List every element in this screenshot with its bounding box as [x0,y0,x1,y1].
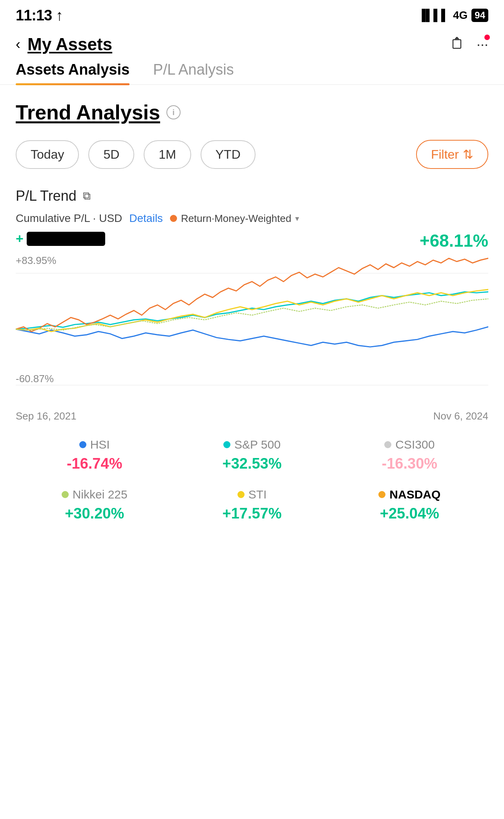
date-start: Sep 16, 2021 [16,410,77,422]
chart-y-bottom: -60.87% [16,373,54,385]
network-type: 4G [453,9,467,22]
share-icon[interactable] [451,36,466,53]
hsi-dot [79,441,86,448]
nikkei-name: Nikkei 225 [73,488,128,501]
plus-sign: + [16,231,24,246]
nasdaq-value: +25.04% [380,505,439,522]
legend-item-return[interactable]: Return·Money-Weighted ▾ [170,213,299,225]
pl-trend-header: P/L Trend ⧉ [16,188,488,204]
index-nasdaq: NASDAQ +25.04% [331,488,488,522]
header-right: ··· [451,36,488,53]
csi300-value: -16.30% [382,455,438,472]
return-percentage: +68.11% [420,231,488,251]
section-title-row: Trend Analysis i [16,101,488,124]
tab-pl-label: P/L Analysis [153,61,234,78]
nasdaq-name: NASDAQ [389,488,440,501]
svg-rect-0 [453,40,461,48]
date-end: Nov 6, 2024 [433,410,488,422]
index-grid: HSI -16.74% S&P 500 +32.53% CSI300 -16.3… [16,438,488,522]
battery-indicator: 94 [471,9,488,22]
status-time: 11:13 ↑ [16,7,63,24]
signal-arrow: ↑ [56,7,63,24]
filter-icon: ⇅ [463,147,473,162]
tab-assets-label: Assets Analysis [16,61,130,78]
sti-value: +17.57% [222,505,281,522]
main-content: Trend Analysis i Today 5D 1M YTD Filter … [0,85,504,522]
chart-meta: Cumulative P/L · USD Details Return·Mone… [16,212,488,225]
filter-ytd[interactable]: YTD [201,140,256,169]
nikkei-dot [62,491,69,498]
more-options-icon[interactable]: ··· [477,36,488,53]
hsi-value: -16.74% [67,455,122,472]
filter-button[interactable]: Filter ⇅ [416,140,488,169]
chart-values-row: + +68.11% [16,231,488,251]
filter-label: Filter [431,147,459,162]
header: ‹ My Assets ··· [0,27,504,61]
index-sti: STI +17.57% [173,488,331,522]
pl-absolute-value: + [16,231,105,246]
chart-dates: Sep 16, 2021 Nov 6, 2024 [16,410,488,422]
sti-dot [237,491,245,498]
tab-pl-analysis[interactable]: P/L Analysis [153,61,234,84]
section-title: Trend Analysis [16,101,160,124]
nasdaq-dot [378,491,385,498]
time-display: 11:13 [16,7,52,24]
status-icons: ▐▌▌▌ 4G 94 [418,9,488,22]
hsi-name: HSI [90,438,110,451]
status-bar: 11:13 ↑ ▐▌▌▌ 4G 94 [0,0,504,27]
sti-name: STI [248,488,267,501]
csi300-dot [384,441,391,448]
index-csi300: CSI300 -16.30% [331,438,488,472]
sp500-value: +32.53% [222,455,281,472]
index-sp500: S&P 500 +32.53% [173,438,331,472]
filter-row: Today 5D 1M YTD Filter ⇅ [16,140,488,169]
header-left: ‹ My Assets [16,35,112,54]
chart-container: +83.95% -60.87% [16,255,488,404]
legend-chevron: ▾ [295,214,299,223]
pl-trend-label: P/L Trend [16,188,77,204]
sp500-name: S&P 500 [234,438,281,451]
filter-1m[interactable]: 1M [144,140,191,169]
page-title: My Assets [27,35,112,54]
nikkei-value: +30.20% [65,505,124,522]
chart-y-top: +83.95% [16,255,56,267]
signal-bars: ▐▌▌▌ [418,9,449,22]
back-button[interactable]: ‹ [16,36,20,53]
chart-meta-label: Cumulative P/L · USD [16,212,122,225]
sp500-dot [223,441,230,448]
index-hsi: HSI -16.74% [16,438,173,472]
info-icon[interactable]: i [166,105,181,119]
filter-5d[interactable]: 5D [88,140,134,169]
tab-assets-analysis[interactable]: Assets Analysis [16,61,130,84]
csi300-name: CSI300 [395,438,435,451]
notification-dot [484,35,490,40]
index-nikkei: Nikkei 225 +30.20% [16,488,173,522]
redacted-value [27,232,105,246]
chart-svg [16,255,488,404]
tab-navigation: Assets Analysis P/L Analysis [0,61,504,85]
legend-dot-orange [170,215,177,222]
legend-label: Return·Money-Weighted [181,213,291,225]
filter-today[interactable]: Today [16,140,79,169]
copy-icon[interactable]: ⧉ [83,190,91,203]
details-link[interactable]: Details [129,212,163,225]
